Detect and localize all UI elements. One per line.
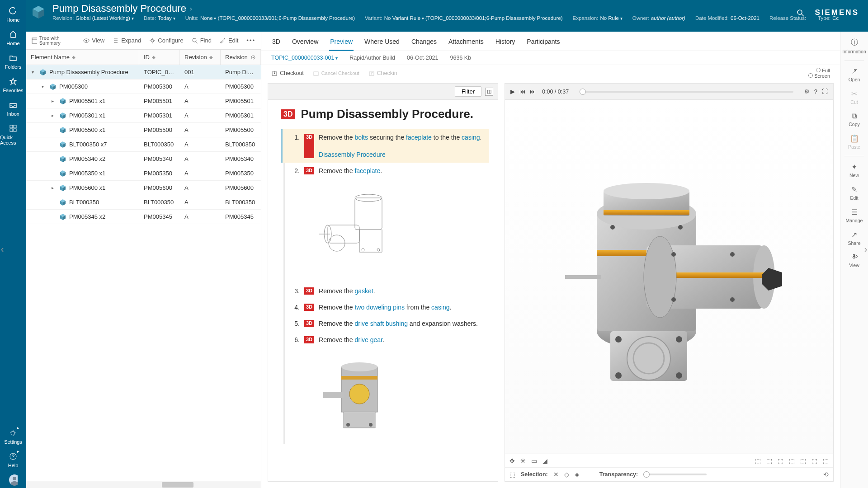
sel-opt-1-icon[interactable]: ✕ xyxy=(553,471,559,478)
revision-dropdown[interactable]: Global (Latest Working) xyxy=(75,15,133,21)
edit-button[interactable]: Edit xyxy=(220,37,238,44)
tree-row[interactable]: ▸PM005600 x1PM005600APM005600 xyxy=(26,181,261,195)
tab-overview[interactable]: Overview xyxy=(291,36,319,51)
expand-button[interactable]: Expand xyxy=(113,37,141,44)
view-cube-2-icon[interactable]: ⬚ xyxy=(766,457,772,465)
tool-new[interactable]: ✦New xyxy=(840,160,868,181)
procedure-step[interactable]: 5.3DRemove the drive shaft bushing and e… xyxy=(292,315,489,332)
nav-folders[interactable]: Folders xyxy=(0,50,26,73)
procedure-step[interactable]: 4.3DRemove the two doweling pins from th… xyxy=(292,299,489,315)
help-icon[interactable]: ? xyxy=(814,88,817,95)
tab-history[interactable]: History xyxy=(495,36,516,51)
tree-summary-button[interactable]: Tree with Summary xyxy=(32,36,75,46)
units-dropdown[interactable]: None xyxy=(200,15,216,21)
tab-changes[interactable]: Changes xyxy=(410,36,438,51)
view-cube-6-icon[interactable]: ⬚ xyxy=(811,457,817,465)
tree-row[interactable]: PM005350 x1PM005350APM005350 xyxy=(26,166,261,181)
col-revision[interactable]: Revision◆ xyxy=(180,50,221,65)
tree-row[interactable]: PM005345 x2PM005345APM005345 xyxy=(26,210,261,224)
sel-opt-2-icon[interactable]: ◇ xyxy=(564,471,569,478)
breadcrumb-chevron-icon[interactable]: › xyxy=(190,5,192,12)
move-tool-icon[interactable]: ✥ xyxy=(509,457,515,465)
procedure-step[interactable]: 6.3DRemove the drive gear. xyxy=(292,332,489,348)
user-avatar[interactable] xyxy=(0,472,26,488)
expander-icon[interactable]: ▾ xyxy=(32,70,37,75)
nav-home[interactable]: Home xyxy=(0,3,26,26)
tree-row[interactable]: PM005340 x2PM005340APM005340 xyxy=(26,152,261,166)
procedure-step[interactable]: 2.3DRemove the faceplate. xyxy=(292,163,489,179)
view-cube-7-icon[interactable]: ⬚ xyxy=(823,457,829,465)
nav-quick-access[interactable]: Quick Access xyxy=(0,120,26,149)
view-cube-4-icon[interactable]: ⬚ xyxy=(789,457,795,465)
timeline-slider[interactable] xyxy=(580,91,793,93)
more-menu-icon[interactable]: ••• xyxy=(246,37,255,44)
tree-row[interactable]: ▸PM005301 x1PM005301APM005301 xyxy=(26,108,261,123)
tab-where-used[interactable]: Where Used xyxy=(363,36,401,51)
nav-help[interactable]: ?Help▸ xyxy=(4,448,22,472)
tab-participants[interactable]: Participants xyxy=(526,36,561,51)
tree-row[interactable]: ▸PM005501 x1PM005501APM005501 xyxy=(26,94,261,108)
topic-dropdown[interactable]: TOPIC_0000000033-001 xyxy=(271,55,338,61)
next-frame-icon[interactable]: ⏭ xyxy=(530,88,536,95)
procedure-step[interactable]: 1.3DRemove the bolts securing the facepl… xyxy=(281,129,489,163)
snap-tool-icon[interactable]: ✳ xyxy=(520,457,526,465)
tool-manage[interactable]: ☰Manage xyxy=(840,205,868,226)
tree-row[interactable]: ▾PM005300PM005300APM005300 xyxy=(26,80,261,94)
view-cube-5-icon[interactable]: ⬚ xyxy=(800,457,806,465)
procedure-step[interactable]: 3.3DRemove the gasket. xyxy=(292,283,489,299)
filter-button[interactable]: Filter xyxy=(455,86,481,97)
tree-row[interactable]: BLT000350 x7BLT000350ABLT000350 xyxy=(26,137,261,152)
tree-row[interactable]: ▾Pump Disassembly ProcedureTOPIC_00000..… xyxy=(26,65,261,80)
col-revision-2[interactable]: Revision xyxy=(221,50,261,65)
checkout-button[interactable]: Checkout xyxy=(271,70,304,76)
expander-icon[interactable]: ▸ xyxy=(52,185,57,190)
find-button[interactable]: Find xyxy=(192,37,212,44)
view-cube-1-icon[interactable]: ⬚ xyxy=(755,457,761,465)
variant-dropdown[interactable]: No Variant Rule xyxy=(384,15,424,21)
expand-view-icon[interactable]: ⛶ xyxy=(822,88,828,95)
sel-opt-3-icon[interactable]: ◈ xyxy=(575,471,580,478)
tree-scrollbar[interactable] xyxy=(26,481,261,488)
measure-tool-icon[interactable]: ◢ xyxy=(542,457,547,465)
nav-settings[interactable]: Settings▸ xyxy=(4,425,22,448)
right-tool-rail: ⓘInformation⭷Open✂Cut⧉Copy📋Paste✦New✎Edi… xyxy=(840,32,868,488)
box-tool-icon[interactable]: ▭ xyxy=(531,457,537,465)
date-dropdown[interactable]: Today xyxy=(158,15,175,21)
tree-row[interactable]: PM005500 x1PM005500APM005500 xyxy=(26,123,261,137)
settings-gear-icon[interactable]: ⚙ xyxy=(804,88,810,95)
search-icon[interactable] xyxy=(797,9,805,17)
prev-frame-icon[interactable]: ⏮ xyxy=(519,88,525,95)
configure-button[interactable]: Configure xyxy=(149,37,183,44)
sub-procedure-link[interactable]: Disassembly Procedure xyxy=(319,151,481,158)
select-mode-icon[interactable]: ⬚ xyxy=(509,471,515,478)
nav-inbox[interactable]: Inbox xyxy=(0,97,26,120)
3d-canvas[interactable] xyxy=(505,100,833,454)
tab-3d[interactable]: 3D xyxy=(271,36,281,51)
next-page-chevron-icon[interactable]: › xyxy=(861,244,868,254)
transparency-slider[interactable] xyxy=(643,474,707,475)
svg-rect-71 xyxy=(341,376,377,380)
expander-icon[interactable]: ▸ xyxy=(52,113,57,118)
tool-information[interactable]: ⓘInformation xyxy=(840,35,868,57)
view-button[interactable]: View xyxy=(83,37,104,44)
tool-open[interactable]: ⭷Open xyxy=(840,65,868,85)
nav-favorites[interactable]: Favorites xyxy=(0,73,26,97)
svg-point-74 xyxy=(346,423,350,427)
col-element-name[interactable]: Element Name◆ xyxy=(26,50,139,65)
tool-copy[interactable]: ⧉Copy xyxy=(840,109,868,130)
fullscreen-radio[interactable] xyxy=(816,68,821,72)
tool-edit[interactable]: ✎Edit xyxy=(840,183,868,203)
tab-attachments[interactable]: Attachments xyxy=(448,36,485,51)
nav-home[interactable]: Home xyxy=(0,26,26,50)
play-icon[interactable]: ▶ xyxy=(510,88,515,95)
tree-row[interactable]: BLT000350BLT000350ABLT000350 xyxy=(26,195,261,210)
reset-icon[interactable]: ⟲ xyxy=(823,471,829,478)
prev-page-chevron-icon[interactable]: ‹ xyxy=(0,244,7,254)
expander-icon[interactable]: ▸ xyxy=(52,99,57,103)
expansion-dropdown[interactable]: No Rule xyxy=(600,15,622,21)
expander-icon[interactable]: ▾ xyxy=(42,84,47,89)
tab-preview[interactable]: Preview xyxy=(329,36,354,51)
col-id[interactable]: ID◆ xyxy=(139,50,180,65)
doc-layout-icon[interactable]: ◫ xyxy=(485,88,493,96)
view-cube-3-icon[interactable]: ⬚ xyxy=(778,457,783,465)
